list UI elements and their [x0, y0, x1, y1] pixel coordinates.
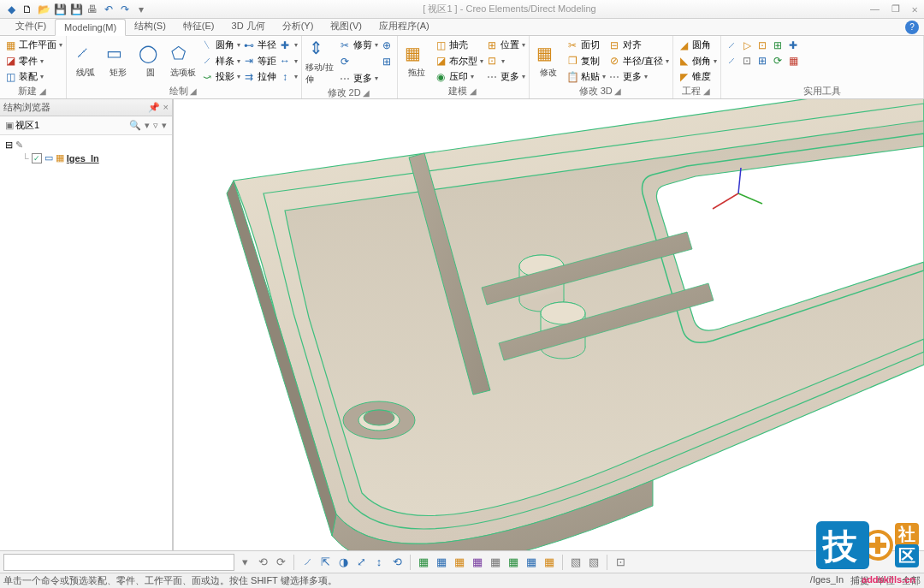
btn-stamp[interactable]: ◉压印▾	[434, 69, 483, 84]
save-icon[interactable]: 💾	[52, 2, 68, 17]
btn-part[interactable]: ◪零件▾	[3, 54, 62, 68]
btn-2d-a[interactable]: ⊕	[380, 38, 394, 52]
btn-rotate2d[interactable]: ⟳	[338, 55, 378, 69]
shade-b-icon[interactable]: ▧	[586, 555, 601, 570]
btn-paste[interactable]: 📋粘贴▾	[566, 69, 606, 84]
view-g-icon[interactable]: ▦	[524, 555, 539, 570]
btn-copy[interactable]: ❐复制	[566, 54, 606, 68]
select-edge-icon[interactable]: ⟋	[299, 555, 315, 570]
select-part-icon[interactable]: ◑	[335, 555, 351, 570]
shade-a-icon[interactable]: ▧	[568, 555, 583, 570]
btn-pull[interactable]: ▦拖拉	[401, 38, 432, 84]
nav-back-icon[interactable]: ⟲	[255, 555, 270, 570]
tab-structure[interactable]: 结构(S)	[126, 17, 175, 35]
btn-spline[interactable]: ⟋样条▾	[200, 54, 240, 68]
btn-trim[interactable]: ✂修剪▾	[338, 38, 378, 52]
util-c-icon[interactable]: ⊡	[755, 39, 769, 52]
view-top-icon[interactable]: ▦	[452, 555, 467, 570]
btn-raddia[interactable]: ⊘半径/直径▾	[607, 54, 669, 68]
btn-draw-a[interactable]: ✚▾	[278, 38, 298, 52]
btn-more3d[interactable]: ⋯更多▾	[607, 69, 669, 84]
saveall-icon[interactable]: 💾	[68, 2, 84, 17]
qat-dropdown-icon[interactable]: ▾	[133, 2, 149, 17]
btn-rectangle[interactable]: ▭矩形	[103, 38, 133, 84]
btn-extend[interactable]: ⇉拉伸	[242, 69, 276, 84]
btn-taper[interactable]: ◤锥度	[677, 69, 717, 84]
btn-move-stretch[interactable]: ⇕移动/拉伸	[305, 38, 336, 86]
panel-close-icon[interactable]: ×	[163, 102, 169, 113]
open-icon[interactable]: 📂	[36, 2, 51, 17]
btn-radius[interactable]: ⊷半径	[242, 38, 276, 52]
filter-icon[interactable]: ▿	[151, 120, 160, 131]
new-icon[interactable]: 🗋	[20, 2, 35, 17]
view-right-icon[interactable]: ▦	[470, 555, 485, 570]
panel-menu-icon[interactable]: ▾	[160, 120, 169, 131]
minimize-button[interactable]: —	[870, 3, 880, 15]
btn-model-b[interactable]: ⊡▾	[485, 54, 525, 68]
util-g-icon[interactable]: ⊡	[740, 54, 754, 68]
btn-facecut[interactable]: ✂面切	[566, 38, 606, 52]
view-h-icon[interactable]: ▦	[542, 555, 557, 570]
util-d-icon[interactable]: ⊞	[771, 39, 785, 52]
clip-icon[interactable]: ⊡	[613, 555, 628, 570]
btn-more-model[interactable]: ⋯更多▾	[485, 69, 525, 84]
tab-apps[interactable]: 应用程序(A)	[370, 17, 438, 35]
util-h-icon[interactable]: ⊞	[755, 54, 769, 68]
tab-file[interactable]: 文件(F)	[7, 17, 55, 35]
btn-offset[interactable]: ⇥等距	[242, 54, 276, 68]
nav-fwd-icon[interactable]: ⟳	[273, 555, 288, 570]
btn-project[interactable]: ⤻投影▾	[200, 69, 240, 84]
select-face-icon[interactable]: ⇱	[317, 555, 333, 570]
input-dropdown-icon[interactable]: ▾	[237, 555, 252, 570]
view-iso-icon[interactable]: ▦	[416, 555, 431, 570]
util-i-icon[interactable]: ⟳	[771, 54, 785, 68]
dropdown-icon[interactable]: ▾	[143, 120, 151, 131]
tab-analysis[interactable]: 分析(Y)	[274, 17, 323, 35]
view-e-icon[interactable]: ▦	[488, 555, 503, 570]
btn-circle[interactable]: ◯圆	[135, 38, 166, 84]
util-a-icon[interactable]: ⟋	[725, 39, 738, 52]
zoom-icon[interactable]: ⤢	[353, 555, 369, 570]
btn-fillet2d[interactable]: ﹨圆角▾	[200, 38, 240, 52]
util-j-icon[interactable]: ▦	[786, 54, 800, 68]
command-input[interactable]	[3, 554, 234, 571]
search-icon[interactable]: 🔍	[127, 120, 143, 131]
btn-2d-b[interactable]: ⊞	[380, 55, 394, 69]
btn-chamfer[interactable]: ◣倒角▾	[677, 54, 717, 68]
btn-position[interactable]: ⊞位置▾	[485, 38, 525, 52]
btn-round3d[interactable]: ◢圆角	[677, 38, 717, 52]
spin-icon[interactable]: ⟲	[389, 555, 405, 570]
view-front-icon[interactable]: ▦	[434, 555, 449, 570]
creo-icon[interactable]: ◆	[3, 2, 19, 17]
util-f-icon[interactable]: ⟋	[725, 54, 738, 68]
collapse-icon[interactable]: ⊟	[5, 140, 13, 151]
btn-align[interactable]: ⊟对齐	[607, 38, 669, 52]
tab-3dgeom[interactable]: 3D 几何	[223, 17, 274, 35]
print-icon[interactable]: 🖶	[85, 2, 100, 17]
btn-workplane[interactable]: ▦工作平面▾	[3, 38, 62, 52]
view-f-icon[interactable]: ▦	[506, 555, 521, 570]
btn-assembly[interactable]: ◫装配▾	[3, 69, 62, 84]
checkbox[interactable]: ✓	[32, 153, 42, 163]
tree-item-iges[interactable]: └ ✓ ▭ ▦ Iges_In	[5, 151, 167, 164]
close-button[interactable]: ⨉	[912, 3, 917, 15]
btn-draw-c[interactable]: ↕▾	[278, 69, 298, 84]
btn-more2d[interactable]: ⋯更多▾	[338, 71, 378, 86]
undo-icon[interactable]: ↶	[101, 2, 116, 17]
maximize-button[interactable]: ❐	[891, 3, 900, 15]
btn-draw-b[interactable]: ↔▾	[278, 54, 298, 68]
help-button[interactable]: ?	[905, 21, 919, 34]
btn-shell[interactable]: ◫抽壳	[434, 38, 483, 52]
util-b-icon[interactable]: ▷	[740, 39, 754, 52]
tab-feature[interactable]: 特征(E)	[175, 17, 223, 35]
util-e-icon[interactable]: ✚	[786, 39, 800, 52]
redo-icon[interactable]: ↷	[117, 2, 133, 17]
status-path[interactable]: /Iges_In	[810, 574, 844, 587]
btn-palette[interactable]: ⬠选项板	[168, 38, 198, 84]
btn-modify[interactable]: ▦修改	[533, 38, 564, 84]
pan-icon[interactable]: ↕	[371, 555, 387, 570]
btn-boolean[interactable]: ◪布尔型▾	[434, 54, 483, 68]
tree-root[interactable]: ⊟ ✎	[5, 139, 167, 151]
btn-line-arc[interactable]: ⟋线/弧	[70, 38, 101, 84]
viewport-3d[interactable]	[174, 99, 924, 567]
